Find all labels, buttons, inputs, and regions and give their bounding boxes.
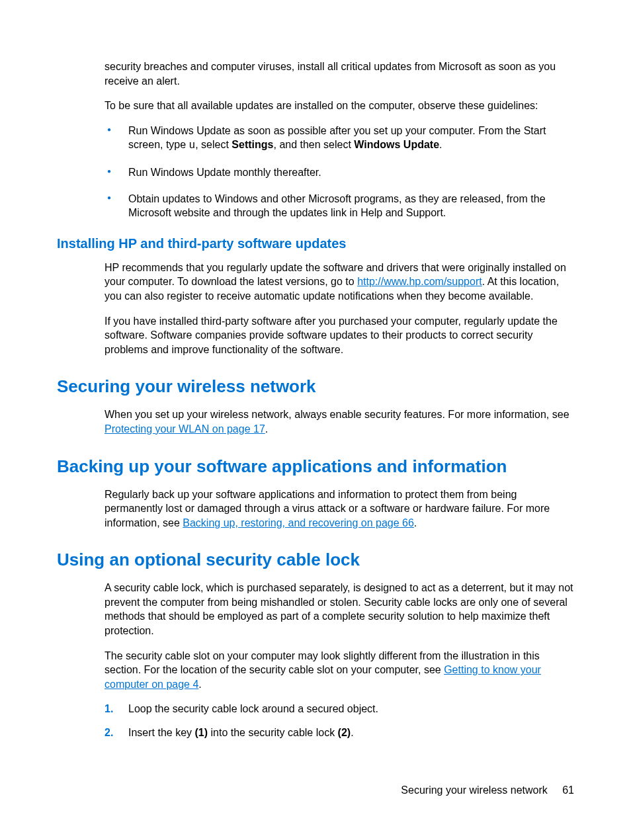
text-bold: (2) [338, 727, 351, 738]
list-item: Run Windows Update monthly thereafter. [105, 165, 574, 180]
text: . [351, 727, 353, 738]
list-item: Loop the security cable lock around a se… [105, 702, 574, 716]
numbered-list: Loop the security cable lock around a se… [105, 702, 574, 739]
heading-installing-updates: Installing HP and third-party software u… [57, 236, 574, 251]
list-item: Insert the key (1) into the security cab… [105, 726, 574, 740]
paragraph: The security cable slot on your computer… [105, 649, 574, 692]
paragraph: security breaches and computer viruses, … [105, 60, 574, 88]
link-backing-up[interactable]: Backing up, restoring, and recovering on… [183, 517, 414, 528]
footer-section-label: Securing your wireless network [401, 784, 547, 796]
link-protecting-wlan[interactable]: Protecting your WLAN on page 17 [105, 423, 265, 435]
page-footer: Securing your wireless network 61 [401, 784, 574, 796]
text-bold: Windows Update [354, 139, 439, 150]
text: . [439, 139, 442, 150]
list-item: Obtain updates to Windows and other Micr… [105, 192, 574, 220]
paragraph: To be sure that all available updates ar… [105, 99, 574, 113]
paragraph: When you set up your wireless network, a… [105, 407, 574, 436]
text: . [265, 423, 268, 435]
text: , select [195, 139, 231, 150]
text: When you set up your wireless network, a… [105, 409, 569, 420]
text: , and then select [273, 139, 354, 150]
text-bold: (1) [195, 727, 208, 738]
document-page: security breaches and computer viruses, … [0, 0, 631, 840]
heading-security-cable-lock: Using an optional security cable lock [57, 550, 574, 570]
text: Insert the key [128, 727, 195, 738]
paragraph: If you have installed third-party softwa… [105, 314, 574, 357]
list-item: Run Windows Update as soon as possible a… [105, 124, 574, 153]
text-mono: u [189, 140, 196, 151]
text: . [198, 679, 201, 690]
paragraph: A security cable lock, which is purchase… [105, 581, 574, 638]
heading-securing-wireless: Securing your wireless network [57, 376, 574, 397]
heading-backing-up: Backing up your software applications an… [57, 456, 574, 477]
page-number: 61 [562, 784, 574, 796]
paragraph: HP recommends that you regularly update … [105, 261, 574, 304]
bullet-list: Run Windows Update as soon as possible a… [105, 124, 574, 220]
link-hp-support[interactable]: http://www.hp.com/support [357, 276, 482, 287]
text-bold: Settings [231, 139, 273, 150]
text: . [414, 517, 417, 528]
text: into the security cable lock [208, 727, 338, 738]
paragraph: Regularly back up your software applicat… [105, 487, 574, 530]
